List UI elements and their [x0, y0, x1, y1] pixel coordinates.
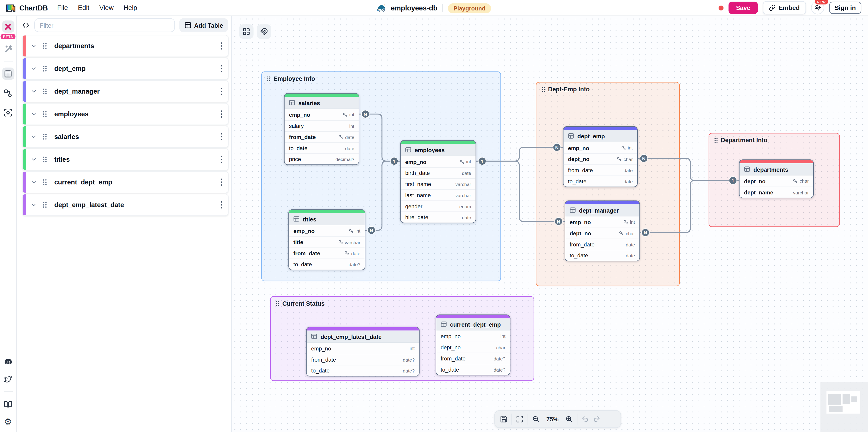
sign-in-button[interactable]: Sign in [829, 2, 861, 14]
redo-button[interactable] [593, 415, 601, 423]
sidebar-item-dept_emp_latest_date[interactable]: dept_emp_latest_date [22, 194, 229, 216]
zoom-level[interactable]: 75% [544, 416, 561, 423]
menu-view[interactable]: View [94, 2, 119, 14]
divider [4, 391, 12, 392]
table-header[interactable]: titles [289, 213, 365, 225]
field-row: emp_noint [401, 156, 475, 167]
embed-button[interactable]: Embed [763, 1, 806, 14]
minimap[interactable] [820, 382, 868, 432]
drag-handle-icon[interactable] [43, 88, 47, 95]
table-accent-bar [565, 201, 640, 205]
fit-view-button[interactable] [516, 415, 524, 423]
add-table-button[interactable]: Add Table [179, 18, 228, 32]
table-node-dept_emp[interactable]: dept_emp emp_noint dept_nochar from_date… [563, 126, 638, 187]
drag-handle-icon[interactable] [43, 43, 47, 49]
diagram-editor-button[interactable] [2, 21, 14, 33]
field-row: first_namevarchar [401, 178, 475, 189]
drag-handle-icon[interactable] [43, 156, 47, 163]
table-icon [184, 22, 191, 29]
table-node-employees[interactable]: employees emp_noint birth_datedate first… [400, 140, 476, 223]
sidebar-item-titles[interactable]: titles [22, 148, 229, 171]
table-menu-icon[interactable] [220, 88, 223, 95]
table-header[interactable]: dept_emp [563, 130, 637, 143]
chevron-down-icon[interactable] [30, 133, 37, 140]
table-header[interactable]: current_dept_emp [436, 318, 510, 331]
table-node-salaries[interactable]: salaries emp_noint salaryint from_dateda… [284, 93, 359, 165]
save-diagram-button[interactable] [500, 415, 507, 423]
table-node-dept_emp_latest_date[interactable]: dept_emp_latest_date emp_noint from_date… [306, 327, 420, 376]
undo-button[interactable] [581, 415, 589, 423]
table-menu-icon[interactable] [220, 65, 223, 72]
zoom-out-button[interactable] [532, 415, 539, 423]
zoom-in-button[interactable] [565, 415, 573, 423]
table-icon [569, 207, 576, 213]
table-menu-icon[interactable] [220, 156, 223, 163]
field-row: to_datedate [285, 142, 359, 153]
chevron-down-icon[interactable] [30, 65, 37, 72]
sidebar-item-current_dept_emp[interactable]: current_dept_emp [22, 171, 229, 193]
areas-panel-button[interactable] [2, 106, 14, 119]
chevron-down-icon[interactable] [30, 179, 37, 185]
beta-badge: BETA [1, 34, 15, 39]
table-color-accent [23, 149, 26, 170]
table-node-dept_manager[interactable]: dept_manager emp_noint dept_nochar from_… [565, 200, 640, 261]
discord-button[interactable] [2, 356, 14, 368]
table-menu-icon[interactable] [220, 201, 223, 209]
sidebar-item-employees[interactable]: employees [22, 103, 229, 125]
field-row: salaryint [285, 120, 359, 131]
canvas-toolbar: 75% [494, 410, 621, 428]
table-header[interactable]: departments [740, 163, 813, 176]
table-header[interactable]: dept_emp_latest_date [307, 331, 419, 343]
key-icon [338, 240, 343, 245]
table-menu-icon[interactable] [220, 42, 223, 50]
table-header[interactable]: dept_manager [565, 204, 640, 216]
relationships-panel-button[interactable] [2, 87, 14, 99]
drag-handle-icon[interactable] [43, 133, 47, 140]
chevron-down-icon[interactable] [30, 111, 37, 117]
table-accent-bar [285, 94, 359, 97]
code-view-button[interactable] [22, 21, 30, 30]
field-row: to_datedate? [289, 258, 365, 270]
table-icon [311, 333, 317, 339]
drag-handle-icon[interactable] [43, 65, 47, 72]
chevron-down-icon[interactable] [30, 43, 37, 49]
table-header[interactable]: employees [401, 144, 475, 156]
table-color-accent [23, 103, 26, 125]
table-menu-icon[interactable] [220, 110, 223, 118]
key-icon [621, 145, 626, 150]
field-row: dept_nochar [563, 153, 637, 164]
table-menu-icon[interactable] [220, 133, 223, 141]
diagram-canvas[interactable]: Employee Info Dept-Emp Info Department I… [232, 16, 868, 432]
menu-file[interactable]: File [52, 2, 73, 14]
tables-panel-button[interactable] [2, 67, 14, 80]
snap-magnet-button[interactable] [257, 24, 271, 39]
sidebar-item-dept_emp[interactable]: dept_emp [22, 58, 229, 80]
drag-handle-icon[interactable] [43, 111, 47, 117]
sidebar-item-departments[interactable]: departments [22, 35, 229, 57]
diagram-name[interactable]: employees-db [391, 4, 437, 12]
chevron-down-icon[interactable] [30, 88, 37, 95]
table-icon [744, 166, 750, 172]
table-menu-icon[interactable] [220, 178, 223, 186]
chevron-down-icon[interactable] [30, 156, 37, 163]
filter-input[interactable] [34, 18, 175, 32]
menu-edit[interactable]: Edit [73, 2, 94, 14]
sidebar-item-salaries[interactable]: salaries [22, 126, 229, 148]
magic-wand-button[interactable] [2, 43, 14, 55]
table-node-current_dept_emp[interactable]: current_dept_emp emp_noint dept_nochar f… [436, 315, 510, 375]
menu-help[interactable]: Help [119, 2, 142, 14]
drag-handle-icon[interactable] [43, 179, 47, 185]
settings-gear-button[interactable]: ⚙ [2, 415, 14, 428]
save-button[interactable]: Save [728, 2, 758, 14]
key-icon [349, 228, 354, 233]
reorder-tables-button[interactable] [239, 24, 253, 39]
table-node-titles[interactable]: titles emp_noint titlevarchar from_dated… [288, 209, 365, 270]
table-header[interactable]: salaries [285, 97, 359, 109]
table-node-departments[interactable]: departments dept_nochar dept_namevarchar [739, 159, 814, 198]
chevron-down-icon[interactable] [30, 202, 37, 208]
invite-user-button[interactable]: NEW [811, 1, 824, 14]
twitter-button[interactable] [2, 373, 14, 385]
sidebar-item-dept_manager[interactable]: dept_manager [22, 80, 229, 102]
drag-handle-icon[interactable] [43, 202, 47, 208]
docs-button[interactable] [2, 398, 14, 410]
